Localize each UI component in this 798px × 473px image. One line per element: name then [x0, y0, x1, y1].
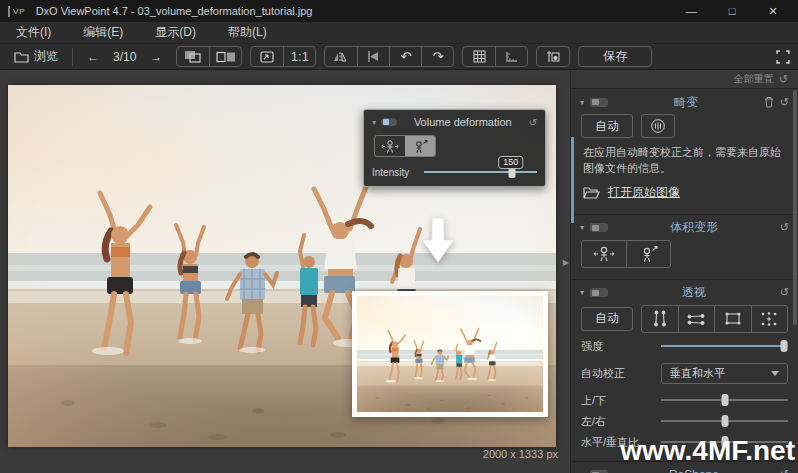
section-perspective: ▾ 透视 ↺ 自动: [571, 279, 798, 461]
distortion-manual-button[interactable]: [641, 114, 675, 138]
app-window: VP DxO ViewPoint 4.7 - 03_volume_deforma…: [0, 0, 798, 473]
fullscreen-icon[interactable]: [776, 50, 790, 64]
auto-correction-label: 自动校正: [581, 366, 653, 381]
distortion-reset-icon[interactable]: ↺: [780, 97, 789, 108]
ruler-corner-icon: [505, 50, 519, 63]
compare-overlay-button[interactable]: [177, 47, 209, 66]
eight-point-button[interactable]: [751, 306, 788, 332]
save-button[interactable]: 保存: [578, 46, 652, 67]
browse-button[interactable]: 浏览: [8, 47, 64, 67]
auto-correction-value: 垂直和水平: [670, 366, 725, 381]
volume-header: ▾ 体积变形 ↺: [571, 219, 798, 237]
person-horizontal-icon: [380, 139, 400, 154]
ruler-button[interactable]: [495, 47, 527, 66]
maximize-button[interactable]: □: [715, 5, 749, 17]
next-image-button[interactable]: →: [144, 47, 168, 67]
eight-point-icon: [760, 311, 778, 327]
accent-bar: [571, 137, 574, 223]
close-button[interactable]: ✕: [756, 5, 790, 18]
rotate-right-button[interactable]: ↷: [421, 47, 453, 66]
left-right-slider[interactable]: [661, 414, 788, 428]
reset-all-icon[interactable]: ↺: [779, 73, 788, 86]
compare-split-button[interactable]: [209, 47, 241, 66]
trash-icon[interactable]: [764, 96, 774, 108]
menu-file[interactable]: 文件(I): [0, 24, 67, 41]
guides-group: [462, 46, 528, 67]
collapse-caret-icon: ▾: [372, 118, 376, 127]
auto-correction-dropdown[interactable]: 垂直和水平: [661, 363, 788, 384]
menu-help[interactable]: 帮助(L): [212, 24, 283, 41]
panel-header: 全部重置 ↺: [571, 70, 798, 88]
perspective-enable-toggle[interactable]: [590, 288, 608, 297]
save-label: 保存: [603, 48, 627, 65]
overlay-panel-header: ▾ Volume deformation ↺: [372, 115, 537, 129]
volume-diagonal-button: [405, 136, 435, 156]
image-canvas: ▾ Volume deformation ↺: [0, 70, 570, 473]
menu-bar: 文件(I) 编辑(E) 显示(D) 帮助(L): [0, 22, 798, 44]
reset-all-button[interactable]: 全部重置: [734, 72, 774, 86]
fit-screen-icon: [260, 51, 274, 63]
person-diagonal-icon: [411, 139, 429, 154]
volume-enable-toggle[interactable]: [590, 223, 608, 232]
distortion-buttons-row: 自动: [571, 111, 798, 141]
folder-open-icon: [583, 186, 600, 199]
volume-deformation-overlay-panel: ▾ Volume deformation ↺: [363, 109, 546, 187]
perspective-auto-button[interactable]: 自动: [581, 307, 633, 331]
up-down-row: 上/下: [571, 390, 798, 411]
reshape-reset-icon[interactable]: ↺: [780, 469, 789, 473]
photo[interactable]: ▾ Volume deformation ↺: [8, 85, 556, 447]
volume-reset-icon[interactable]: ↺: [780, 222, 789, 233]
force-vertical-button[interactable]: [642, 306, 678, 332]
auto-label: 自动: [595, 118, 619, 135]
menu-edit[interactable]: 编辑(E): [67, 24, 139, 41]
flip-vertical-button[interactable]: [357, 47, 389, 66]
overlay-intensity-row: Intensity 150: [372, 166, 537, 178]
panel-scrollbar[interactable]: [793, 90, 797, 325]
result-preview-inset: [352, 291, 548, 417]
zoom-1-1-button[interactable]: 1:1: [283, 47, 315, 66]
force-horizontal-button[interactable]: [678, 306, 715, 332]
volume-spherical-button: [375, 136, 405, 156]
perspective-reset-icon[interactable]: ↺: [780, 287, 789, 298]
menu-view[interactable]: 显示(D): [139, 24, 212, 41]
volume-diagonal-button[interactable]: [626, 241, 670, 267]
force-rectangle-button[interactable]: [714, 306, 751, 332]
panel-collapse-handle[interactable]: ▶: [563, 258, 569, 267]
grid-button[interactable]: [463, 47, 495, 66]
collapse-caret-icon[interactable]: ▾: [580, 98, 584, 107]
overlay-mode-segment: [374, 135, 436, 157]
prev-image-button[interactable]: ←: [81, 47, 105, 67]
up-down-slider-handle[interactable]: [721, 394, 728, 406]
reshape-title: ReShape: [614, 468, 774, 473]
open-original-row[interactable]: 打开原始图像: [571, 179, 798, 206]
distortion-title: 畸变: [614, 94, 758, 111]
distortion-enable-toggle[interactable]: [590, 98, 608, 107]
distortion-header: ▾ 畸变 ↺: [571, 93, 798, 111]
intensity-slider[interactable]: [661, 339, 788, 353]
toolbar-separator: [72, 48, 73, 66]
up-down-slider[interactable]: [661, 393, 788, 407]
rotate-left-button[interactable]: ↶: [389, 47, 421, 66]
volume-spherical-button[interactable]: [582, 241, 626, 267]
intensity-label: Intensity: [372, 167, 416, 178]
app-logo: VP: [8, 6, 29, 17]
main-area: ▾ Volume deformation ↺: [0, 70, 798, 473]
intensity-slider-handle[interactable]: [781, 340, 788, 352]
section-distortion: ▾ 畸变 ↺ 自动: [571, 88, 798, 214]
window-title: DxO ViewPoint 4.7 - 03_volume_deformatio…: [36, 5, 667, 17]
perspective-header: ▾ 透视 ↺: [571, 284, 798, 302]
distortion-auto-button[interactable]: 自动: [581, 114, 633, 138]
enable-toggle: [381, 118, 397, 126]
perspective-mode-segment: [641, 305, 788, 333]
open-original-link[interactable]: 打开原始图像: [608, 184, 680, 201]
collapse-caret-icon[interactable]: ▾: [580, 223, 584, 232]
collapse-caret-icon[interactable]: ▾: [580, 288, 584, 297]
compare-split-icon: [216, 51, 236, 63]
flip-horizontal-button[interactable]: [325, 47, 357, 66]
grid-settings-button[interactable]: [537, 47, 569, 66]
perspective-buttons-row: 自动: [571, 302, 798, 336]
minimize-button[interactable]: —: [674, 5, 708, 17]
fit-screen-button[interactable]: [251, 47, 283, 66]
left-right-slider-handle[interactable]: [721, 415, 728, 427]
grid-icon: [473, 50, 486, 63]
